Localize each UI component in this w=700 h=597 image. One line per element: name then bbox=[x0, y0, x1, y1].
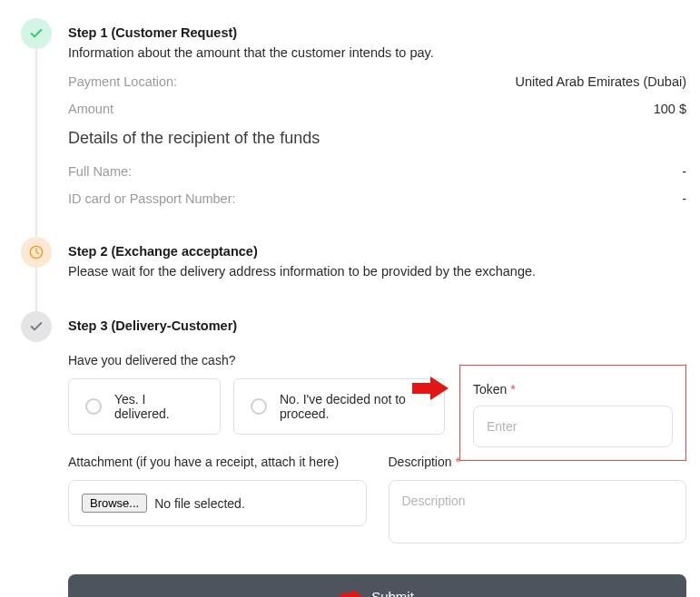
fullname-value: - bbox=[682, 164, 686, 179]
radio-circle-icon bbox=[85, 398, 102, 415]
token-label: Token * bbox=[473, 382, 673, 396]
required-indicator: * bbox=[510, 382, 515, 396]
payment-location-value: United Arab Emirates (Dubai) bbox=[515, 74, 686, 89]
arrow-submit-icon bbox=[340, 588, 362, 597]
fullname-label: Full Name: bbox=[68, 164, 132, 179]
step2-title: Step 2 (Exchange acceptance) bbox=[68, 237, 686, 259]
browse-button[interactable]: Browse... bbox=[82, 494, 147, 513]
token-input[interactable] bbox=[473, 406, 673, 447]
submit-label: Submit bbox=[371, 589, 414, 598]
step1-status-icon bbox=[21, 18, 52, 49]
idcard-label: ID card or Passport Number: bbox=[68, 191, 236, 206]
payment-location-label: Payment Location: bbox=[68, 74, 177, 89]
step3-title: Step 3 (Delivery-Customer) bbox=[68, 311, 686, 333]
step1-title: Step 1 (Customer Request) bbox=[68, 18, 686, 40]
amount-label: Amount bbox=[68, 102, 113, 116]
token-highlight-box: Token * bbox=[459, 365, 686, 461]
recipient-heading: Details of the recipient of the funds bbox=[68, 129, 686, 148]
radio-circle-icon bbox=[251, 398, 267, 415]
clock-icon bbox=[29, 245, 44, 259]
submit-button[interactable]: Submit bbox=[68, 574, 686, 597]
file-input-container[interactable]: Browse... No file selected. bbox=[68, 480, 367, 526]
timeline-line bbox=[35, 268, 37, 311]
svg-marker-1 bbox=[412, 377, 449, 400]
radio-yes-label: Yes. I delivered. bbox=[114, 392, 203, 421]
arrow-callout-icon bbox=[412, 375, 449, 406]
check-icon bbox=[29, 26, 44, 41]
step2-desc: Please wait for the delivery address inf… bbox=[68, 264, 686, 279]
radio-option-yes[interactable]: Yes. I delivered. bbox=[68, 378, 221, 435]
step1-desc: Information about the amount that the cu… bbox=[68, 45, 686, 60]
no-file-text: No file selected. bbox=[154, 496, 245, 511]
description-textarea[interactable] bbox=[389, 480, 687, 543]
radio-no-label: No. I've decided not to proceed. bbox=[280, 392, 428, 421]
amount-value: 100 $ bbox=[654, 102, 686, 116]
check-icon bbox=[29, 319, 44, 334]
step2-status-icon bbox=[21, 237, 52, 268]
idcard-value: - bbox=[682, 191, 686, 206]
timeline-line bbox=[35, 49, 37, 237]
step3-status-icon bbox=[21, 311, 52, 342]
svg-marker-2 bbox=[340, 589, 362, 597]
attachment-label: Attachment (if you have a receipt, attac… bbox=[68, 455, 367, 469]
